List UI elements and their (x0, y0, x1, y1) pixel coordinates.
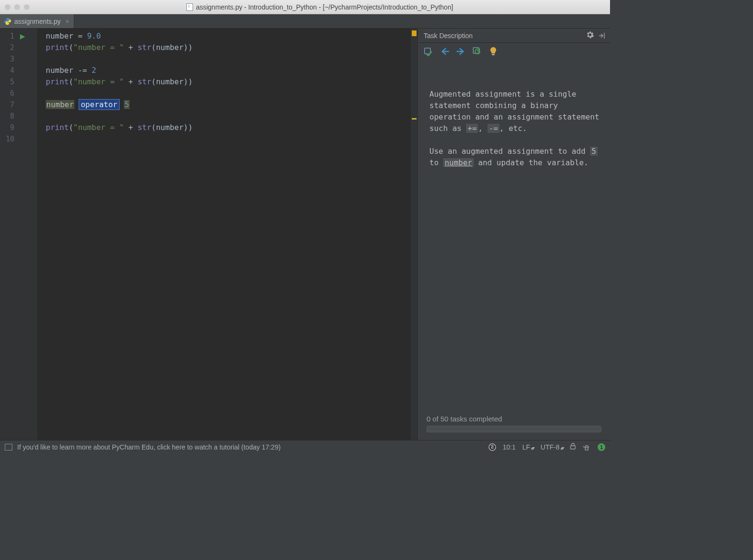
task-body: Augmented assignment is a single stateme… (418, 60, 610, 410)
progress-text: 0 of 50 tasks completed (427, 415, 601, 423)
gear-icon[interactable] (586, 31, 594, 40)
svg-point-7 (587, 448, 588, 449)
readonly-lock-icon[interactable] (570, 443, 576, 451)
editor-pane: ▶ 12345678910 number = 9.0 print("number… (0, 29, 417, 440)
editor-tabbar: assignments.py × (0, 14, 610, 29)
run-gutter-icon[interactable]: ▶ (20, 30, 25, 42)
toolwindow-toggle-icon[interactable] (5, 444, 12, 450)
file-encoding[interactable]: UTF-8▴▾ (540, 443, 563, 451)
window-zoom-button[interactable] (24, 4, 30, 10)
placeholder-value[interactable]: 5 (124, 100, 130, 109)
file-icon (186, 3, 193, 11)
statusbar-hint[interactable]: If you'd like to learn more about PyChar… (17, 443, 281, 451)
close-tab-icon[interactable]: × (65, 18, 69, 25)
file-tab[interactable]: assignments.py × (0, 14, 74, 28)
svg-rect-0 (425, 48, 430, 54)
window-title: assignments.py - Introduction_to_Python … (196, 3, 453, 11)
task-description-pane: Task Description (417, 29, 610, 440)
marker-strip (411, 29, 417, 440)
placeholder-variable[interactable]: number (46, 100, 74, 109)
svg-rect-5 (585, 447, 588, 450)
svg-rect-4 (570, 446, 575, 449)
window-close-button[interactable] (5, 4, 10, 10)
svg-point-6 (586, 448, 587, 449)
hint-bulb-icon[interactable] (488, 47, 498, 56)
hide-panel-icon[interactable] (599, 32, 606, 39)
warning-marker[interactable] (412, 118, 417, 120)
task-header-title: Task Description (424, 32, 586, 40)
cursor-position[interactable]: 10:1 (503, 443, 516, 451)
task-header: Task Description (418, 29, 610, 43)
statusbar: If you'd like to learn more about PyChar… (0, 440, 610, 453)
window-minimize-button[interactable] (14, 4, 20, 10)
next-task-icon[interactable] (456, 47, 466, 56)
progress-bar (427, 426, 601, 432)
code-editor[interactable]: number = 9.0 print("number = " + str(num… (37, 29, 417, 440)
line-separator[interactable]: LF▴▾ (522, 443, 534, 451)
python-file-icon (4, 18, 11, 25)
check-task-icon[interactable] (424, 47, 433, 56)
task-toolbar (418, 43, 610, 60)
stepik-icon[interactable] (488, 443, 496, 451)
svg-rect-2 (492, 54, 495, 55)
inspection-status-icon[interactable] (412, 30, 417, 36)
reset-task-icon[interactable] (472, 47, 482, 56)
titlebar: assignments.py - Introduction_to_Python … (0, 0, 610, 14)
placeholder-operator[interactable]: operator (79, 99, 119, 110)
prev-task-icon[interactable] (440, 47, 449, 56)
hector-icon[interactable] (582, 443, 591, 451)
line-gutter: ▶ 12345678910 (0, 29, 37, 440)
tab-filename: assignments.py (14, 18, 61, 25)
task-progress: 0 of 50 tasks completed (418, 410, 610, 440)
notifications-icon[interactable]: 1 (598, 443, 605, 451)
